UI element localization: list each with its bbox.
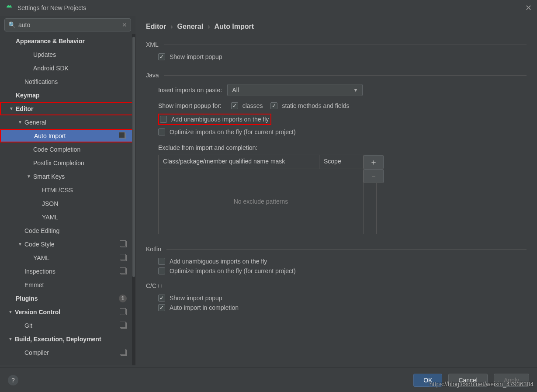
tree-general[interactable]: General <box>0 115 135 129</box>
checkbox-icon[interactable] <box>158 267 165 274</box>
tree-git[interactable]: Git <box>0 319 135 332</box>
chevron-down-icon <box>8 336 13 341</box>
crumb-general[interactable]: General <box>177 23 204 31</box>
section-kotlin: Kotlin <box>146 246 527 253</box>
chevron-right-icon: › <box>170 23 173 31</box>
tree-yaml2[interactable]: YAML <box>0 251 135 264</box>
tree-plugins[interactable]: Plugins 1 <box>0 291 135 305</box>
tree-postfix[interactable]: Postfix Completion <box>0 156 135 170</box>
tree-inspections[interactable]: Inspections <box>0 264 135 278</box>
tree-updates[interactable]: Updates <box>0 48 135 61</box>
checkbox-icon[interactable] <box>160 116 167 123</box>
tree-code-completion[interactable]: Code Completion <box>0 142 135 156</box>
tree-code-editing[interactable]: Code Editing <box>0 224 135 237</box>
tree-editor[interactable]: Editor <box>0 102 135 115</box>
settings-sidebar: 🔍 ✕ Appearance & Behavior Updates Androi… <box>0 16 135 365</box>
kotlin-add-unambiguous[interactable]: Add unambiguous imports on the fly <box>158 258 527 265</box>
checkbox-icon[interactable] <box>158 295 165 302</box>
popup-for-label: Show import popup for: <box>158 102 222 109</box>
watermark-text: https://blog.csdn.net/weixin_47936384 <box>430 381 534 388</box>
exclude-table: Class/package/member qualified name mask… <box>158 155 377 234</box>
crumb-auto-import: Auto Import <box>214 23 254 31</box>
th-scope[interactable]: Scope <box>319 155 363 169</box>
chevron-down-icon <box>17 120 23 125</box>
tree-emmet[interactable]: Emmet <box>0 278 135 291</box>
tree-smart-keys[interactable]: Smart Keys <box>0 170 135 183</box>
java-optimize-imports[interactable]: Optimize imports on the fly (for current… <box>158 128 527 135</box>
chevron-down-icon <box>9 106 14 111</box>
tree-version-control[interactable]: Version Control <box>0 305 135 319</box>
help-button[interactable]: ? <box>8 375 18 385</box>
dialog-footer: ? OK Cancel Apply <box>0 368 537 392</box>
settings-content: Editor › General › Auto Import XML Show … <box>135 16 537 365</box>
search-icon: 🔍 <box>8 21 16 28</box>
checkbox-icon[interactable] <box>270 102 277 109</box>
tree-appearance-behavior[interactable]: Appearance & Behavior <box>0 34 135 48</box>
copy-settings-icon[interactable] <box>120 133 126 139</box>
ccpp-show-import[interactable]: Show import popup <box>158 295 527 302</box>
caret-down-icon: ▼ <box>353 87 358 93</box>
checkbox-icon[interactable] <box>158 53 165 60</box>
copy-settings-icon[interactable] <box>121 268 127 274</box>
popup-static[interactable]: static methods and fields <box>270 102 349 109</box>
tree-build-exec-deploy[interactable]: Build, Execution, Deployment <box>0 332 135 346</box>
section-ccpp: C/C++ <box>146 282 527 289</box>
th-name[interactable]: Class/package/member qualified name mask <box>159 155 319 169</box>
ccpp-auto-import[interactable]: Auto import in completion <box>158 304 527 311</box>
tree-compiler[interactable]: Compiler <box>0 346 135 359</box>
checkbox-icon[interactable] <box>158 304 165 311</box>
insert-imports-select[interactable]: All ▼ <box>227 84 363 96</box>
section-xml: XML <box>146 41 527 48</box>
clear-search-icon[interactable]: ✕ <box>122 21 127 28</box>
sidebar-search[interactable]: 🔍 ✕ <box>4 18 131 31</box>
chevron-down-icon <box>26 174 31 179</box>
tree-keymap[interactable]: Keymap <box>0 88 135 102</box>
sidebar-scrollbar[interactable] <box>132 34 135 365</box>
xml-show-import-popup[interactable]: Show import popup <box>158 53 527 60</box>
checkbox-icon[interactable] <box>231 102 238 109</box>
plugins-update-badge: 1 <box>119 295 127 302</box>
breadcrumb: Editor › General › Auto Import <box>146 23 527 31</box>
copy-settings-icon[interactable] <box>121 241 127 247</box>
section-java: Java <box>146 72 527 79</box>
kotlin-optimize-imports[interactable]: Optimize imports on the fly (for current… <box>158 267 527 274</box>
tree-yaml[interactable]: YAML <box>0 210 135 224</box>
copy-settings-icon[interactable] <box>121 255 127 261</box>
crumb-editor[interactable]: Editor <box>146 23 166 31</box>
android-icon <box>5 4 13 12</box>
chevron-down-icon <box>8 309 13 314</box>
exclude-empty: No exclude patterns <box>159 169 363 234</box>
remove-exclude-button[interactable]: － <box>364 169 384 183</box>
add-exclude-button[interactable]: ＋ <box>364 155 384 169</box>
chevron-down-icon <box>17 242 23 246</box>
window-title: Settings for New Projects <box>17 4 86 11</box>
checkbox-icon[interactable] <box>158 258 165 265</box>
exclude-label: Exclude from import and completion: <box>158 144 527 151</box>
chevron-right-icon: › <box>208 23 210 31</box>
checkbox-icon[interactable] <box>158 128 165 135</box>
search-input[interactable] <box>18 21 122 28</box>
popup-classes[interactable]: classes <box>231 102 263 109</box>
tree-notifications[interactable]: Notifications <box>0 75 135 88</box>
copy-settings-icon[interactable] <box>121 309 127 315</box>
java-add-unambiguous[interactable]: Add unambiguous imports on the fly <box>158 114 271 125</box>
settings-tree: Appearance & Behavior Updates Android SD… <box>0 34 135 365</box>
tree-code-style[interactable]: Code Style <box>0 237 135 251</box>
insert-imports-label: Insert imports on paste: <box>158 87 222 94</box>
tree-android-sdk[interactable]: Android SDK <box>0 61 135 75</box>
tree-auto-import[interactable]: Auto Import <box>0 129 135 142</box>
tree-htmlcss[interactable]: HTML/CSS <box>0 183 135 197</box>
close-icon[interactable]: ✕ <box>525 3 532 13</box>
copy-settings-icon[interactable] <box>121 350 127 356</box>
copy-settings-icon[interactable] <box>121 323 127 329</box>
tree-json[interactable]: JSON <box>0 197 135 210</box>
